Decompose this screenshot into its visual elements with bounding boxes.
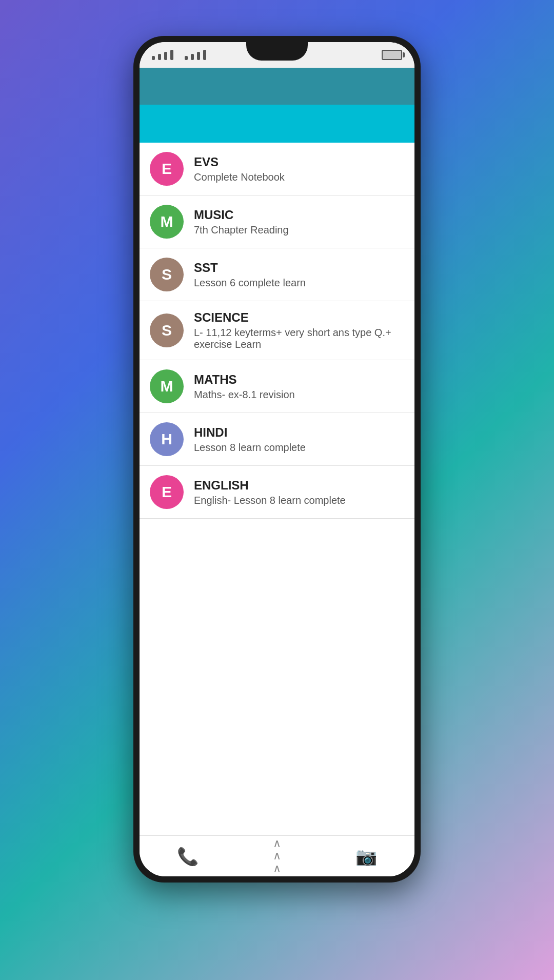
battery-icon [382, 50, 402, 60]
date-nav [140, 105, 414, 143]
subject-avatar-maths: M [150, 369, 184, 403]
subject-avatar-evs: E [150, 152, 184, 186]
subject-avatar-music: M [150, 205, 184, 239]
subject-avatar-hindi: H [150, 422, 184, 456]
subject-avatar-science: S [150, 313, 184, 347]
signal2-bar-1 [185, 56, 188, 60]
bottom-nav: 📞 ∧∧∧ 📷 [140, 835, 414, 876]
notch [246, 42, 308, 61]
subject-name-music: MUSIC [194, 208, 404, 222]
subject-task-english: English- Lesson 8 learn complete [194, 495, 404, 506]
subject-info-music: MUSIC7th Chapter Reading [194, 208, 404, 236]
phone-icon[interactable]: 📞 [177, 846, 199, 867]
app-bar [140, 68, 414, 105]
subject-name-sst: SST [194, 261, 404, 275]
signal-bar-4 [170, 50, 173, 60]
subject-list: EEVSComplete NotebookMMUSIC7th Chapter R… [140, 143, 414, 835]
subject-task-hindi: Lesson 8 learn complete [194, 442, 404, 454]
status-bar [140, 42, 414, 68]
subject-item-sst[interactable]: SSSTLesson 6 complete learn [140, 248, 414, 301]
subject-info-maths: MATHSMaths- ex-8.1 revision [194, 373, 404, 401]
subject-name-hindi: HINDI [194, 425, 404, 440]
subject-item-science[interactable]: SSCIENCEL- 11,12 keyterms+ very short an… [140, 301, 414, 360]
subject-info-english: ENGLISHEnglish- Lesson 8 learn complete [194, 478, 404, 506]
subject-item-evs[interactable]: EEVSComplete Notebook [140, 143, 414, 195]
subject-info-evs: EVSComplete Notebook [194, 155, 404, 183]
subject-info-hindi: HINDILesson 8 learn complete [194, 425, 404, 454]
camera-icon[interactable]: 📷 [355, 846, 377, 867]
subject-info-sst: SSTLesson 6 complete learn [194, 261, 404, 289]
subject-name-english: ENGLISH [194, 478, 404, 493]
signal-bar-1 [152, 56, 155, 60]
subject-info-science: SCIENCEL- 11,12 keyterms+ very short ans… [194, 310, 404, 350]
subject-name-science: SCIENCE [194, 310, 404, 325]
home-button[interactable]: ∧∧∧ [273, 837, 281, 875]
subject-name-maths: MATHS [194, 373, 404, 387]
phone-device: EEVSComplete NotebookMMUSIC7th Chapter R… [133, 36, 421, 883]
signal-bar-2 [158, 54, 161, 60]
subject-item-hindi[interactable]: HHINDILesson 8 learn complete [140, 413, 414, 466]
subject-name-evs: EVS [194, 155, 404, 169]
subject-task-evs: Complete Notebook [194, 171, 404, 183]
subject-avatar-english: E [150, 475, 184, 509]
subject-item-english[interactable]: EENGLISHEnglish- Lesson 8 learn complete [140, 466, 414, 519]
signal-bar-3 [164, 52, 167, 60]
subject-task-science: L- 11,12 keyterms+ very short ans type Q… [194, 327, 404, 350]
signal-bars [152, 50, 206, 60]
subject-task-maths: Maths- ex-8.1 revision [194, 389, 404, 401]
signal2-bar-2 [191, 54, 194, 60]
phone-screen: EEVSComplete NotebookMMUSIC7th Chapter R… [140, 42, 414, 876]
signal2-bar-4 [203, 50, 206, 60]
subject-task-sst: Lesson 6 complete learn [194, 277, 404, 289]
signal2-bar-3 [197, 52, 200, 60]
subject-item-maths[interactable]: MMATHSMaths- ex-8.1 revision [140, 360, 414, 413]
subject-avatar-sst: S [150, 258, 184, 291]
subject-task-music: 7th Chapter Reading [194, 224, 404, 236]
subject-item-music[interactable]: MMUSIC7th Chapter Reading [140, 195, 414, 248]
